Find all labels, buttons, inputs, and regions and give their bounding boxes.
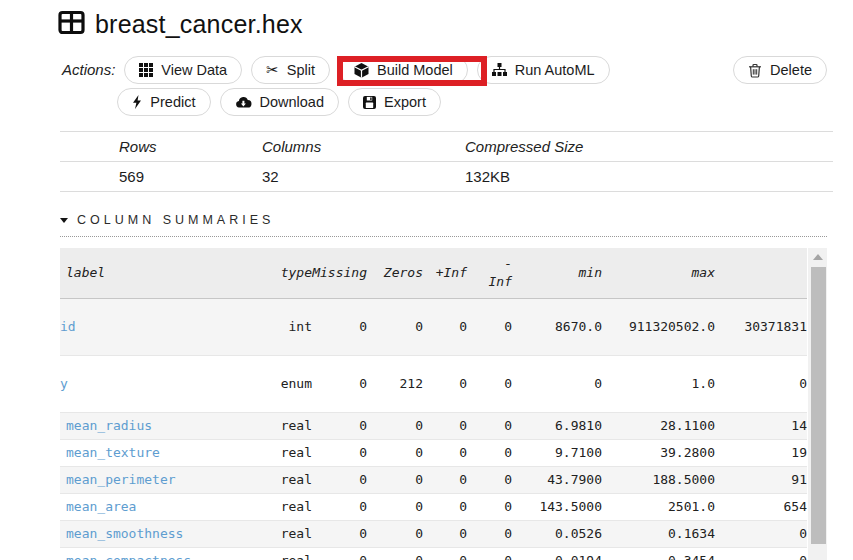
cell-ninf: 0 bbox=[467, 356, 512, 413]
cell-zeros: 0 bbox=[367, 548, 423, 560]
table-icon bbox=[58, 10, 85, 39]
cell-mean: 14 bbox=[715, 413, 807, 440]
download-button[interactable]: Download bbox=[220, 88, 340, 116]
cell-max: 0.1634 bbox=[602, 521, 715, 548]
cell-pinf: 0 bbox=[423, 356, 467, 413]
cell-ninf: 0 bbox=[467, 521, 512, 548]
column-header: +Inf bbox=[423, 248, 467, 299]
cell-pinf: 0 bbox=[423, 548, 467, 560]
cell-missing: 0 bbox=[312, 356, 367, 413]
scrollbar-up-button[interactable] bbox=[808, 248, 827, 266]
cell-pinf: 0 bbox=[423, 494, 467, 521]
column-summaries-table: labeltypeMissingZeros+Inf- Infminmax idi… bbox=[60, 248, 807, 560]
cell-min: 8670.0 bbox=[512, 299, 602, 356]
cell-max: 911320502.0 bbox=[602, 299, 715, 356]
column-header: label bbox=[60, 248, 235, 299]
cell-max: 0.3454 bbox=[602, 548, 715, 560]
cell-zeros: 0 bbox=[367, 413, 423, 440]
page-title: breast_cancer.hex bbox=[95, 10, 303, 39]
cell-min: 9.7100 bbox=[512, 440, 602, 467]
column-summaries-section-header[interactable]: COLUMN SUMMARIES bbox=[60, 213, 827, 237]
frame-view-page: breast_cancer.hex Actions: View Data bbox=[0, 0, 853, 560]
cell-missing: 0 bbox=[312, 494, 367, 521]
column-label-cell: mean_radius bbox=[60, 413, 235, 440]
cell-missing: 0 bbox=[312, 413, 367, 440]
table-row: mean_perimeterreal000043.7900188.500091 bbox=[60, 467, 807, 494]
cell-min: 43.7900 bbox=[512, 467, 602, 494]
column-header: min bbox=[512, 248, 602, 299]
cell-pinf: 0 bbox=[423, 440, 467, 467]
predict-button[interactable]: Predict bbox=[117, 88, 210, 116]
column-label-cell: mean_smoothness bbox=[60, 521, 235, 548]
column-summaries-header-row: labeltypeMissingZeros+Inf- Infminmax bbox=[60, 248, 807, 299]
cell-mean: 30371831 bbox=[715, 299, 807, 356]
split-label: Split bbox=[287, 61, 315, 79]
table-row: idint00008670.0911320502.030371831 bbox=[60, 299, 807, 356]
vertical-scrollbar[interactable] bbox=[808, 248, 827, 560]
cell-zeros: 0 bbox=[367, 521, 423, 548]
column-label-link[interactable]: mean_perimeter bbox=[66, 472, 176, 487]
cell-missing: 0 bbox=[312, 299, 367, 356]
column-label-link[interactable]: mean_smoothness bbox=[66, 526, 183, 541]
cell-min: 0.0526 bbox=[512, 521, 602, 548]
column-header: max bbox=[602, 248, 715, 299]
export-label: Export bbox=[384, 93, 426, 111]
column-label-link[interactable]: mean_radius bbox=[66, 418, 152, 433]
column-label-link[interactable]: mean_texture bbox=[66, 445, 160, 460]
table-row: mean_areareal0000143.50002501.0654 bbox=[60, 494, 807, 521]
cell-mean: 0 bbox=[715, 548, 807, 560]
cell-ninf: 0 bbox=[467, 494, 512, 521]
column-header: type bbox=[235, 248, 312, 299]
cell-max: 28.1100 bbox=[602, 413, 715, 440]
export-button[interactable]: Export bbox=[348, 88, 441, 116]
scrollbar-thumb[interactable] bbox=[811, 267, 826, 544]
rows-value: 569 bbox=[60, 162, 262, 192]
split-button[interactable]: ✂ Split bbox=[251, 56, 330, 84]
cell-missing: 0 bbox=[312, 521, 367, 548]
predict-label: Predict bbox=[150, 93, 195, 111]
table-row: yenum02120001.00 bbox=[60, 356, 807, 413]
cell-missing: 0 bbox=[312, 440, 367, 467]
cell-max: 39.2800 bbox=[602, 440, 715, 467]
cell-max: 2501.0 bbox=[602, 494, 715, 521]
run-automl-label: Run AutoML bbox=[515, 61, 595, 79]
column-summaries-container: labeltypeMissingZeros+Inf- Infminmax idi… bbox=[60, 248, 827, 560]
cell-type: real bbox=[235, 440, 312, 467]
action-buttons-row-2: Predict Download bbox=[117, 88, 609, 116]
column-label-link[interactable]: mean_area bbox=[66, 499, 136, 514]
cell-mean: 19 bbox=[715, 440, 807, 467]
cell-ninf: 0 bbox=[467, 440, 512, 467]
page-title-row: breast_cancer.hex bbox=[58, 10, 853, 39]
column-label-cell: y bbox=[60, 356, 235, 413]
rows-header: Rows bbox=[60, 132, 262, 162]
column-label-link[interactable]: id bbox=[60, 319, 76, 334]
column-label-link[interactable]: mean_compactness bbox=[66, 553, 191, 560]
cell-zeros: 212 bbox=[367, 356, 423, 413]
cell-ninf: 0 bbox=[467, 299, 512, 356]
cell-pinf: 0 bbox=[423, 521, 467, 548]
save-icon bbox=[363, 96, 376, 109]
build-model-button[interactable]: Build Model bbox=[339, 56, 468, 84]
cell-mean: 0 bbox=[715, 521, 807, 548]
column-label-link[interactable]: y bbox=[60, 376, 68, 391]
cell-mean: 91 bbox=[715, 467, 807, 494]
frame-summary-table: Rows Columns Compressed Size 569 32 132K… bbox=[60, 131, 833, 192]
cell-zeros: 0 bbox=[367, 299, 423, 356]
cell-min: 0.0194 bbox=[512, 548, 602, 560]
cell-zeros: 0 bbox=[367, 467, 423, 494]
build-model-label: Build Model bbox=[377, 61, 453, 79]
cell-mean: 0 bbox=[715, 356, 807, 413]
cell-zeros: 0 bbox=[367, 440, 423, 467]
cell-max: 188.5000 bbox=[602, 467, 715, 494]
delete-button[interactable]: Delete bbox=[733, 56, 827, 84]
column-summaries-body: idint00008670.0911320502.030371831yenum0… bbox=[60, 299, 807, 560]
cube-icon bbox=[354, 63, 369, 78]
view-data-button[interactable]: View Data bbox=[124, 56, 242, 84]
run-automl-button[interactable]: Run AutoML bbox=[477, 56, 610, 84]
cloud-download-icon bbox=[235, 96, 252, 108]
cell-zeros: 0 bbox=[367, 494, 423, 521]
actions-label: Actions: bbox=[62, 56, 115, 78]
cell-pinf: 0 bbox=[423, 467, 467, 494]
column-label-cell: mean_perimeter bbox=[60, 467, 235, 494]
table-row: mean_radiusreal00006.981028.110014 bbox=[60, 413, 807, 440]
